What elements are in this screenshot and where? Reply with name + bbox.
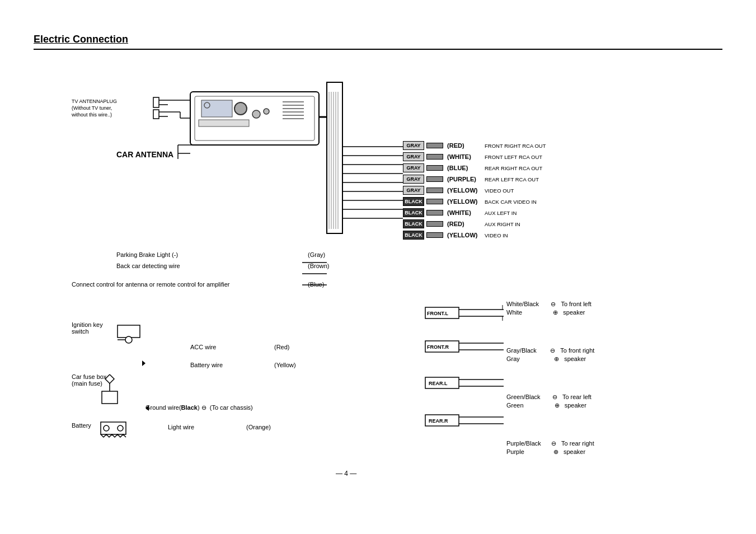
acc-wire-label: ACC wire <box>190 344 216 350</box>
rca-connector-6 <box>426 199 443 204</box>
svg-point-4 <box>252 110 260 118</box>
rca-connector-5 <box>426 188 443 193</box>
front-left-wire1: White/Black ⊖ To front left <box>506 301 594 308</box>
rca-connector-8 <box>426 221 443 227</box>
svg-rect-73 <box>102 391 118 404</box>
rca-color-7: (WHITE) <box>445 209 485 216</box>
rca-box-black-3: BLACK <box>403 219 424 228</box>
rca-row-5: GRAY (YELLOW) VIDEO OUT <box>403 186 546 195</box>
rca-connector-2 <box>426 154 443 160</box>
light-color: (Orange) <box>246 424 271 430</box>
rca-connector-9 <box>426 232 443 238</box>
connect-control-label: Connect control for antenna or remote co… <box>72 281 229 288</box>
svg-text:CAR ANTENNA: CAR ANTENNA <box>116 150 173 159</box>
rca-color-8: (RED) <box>445 221 485 227</box>
rca-box-black-2: BLACK <box>403 208 424 217</box>
rca-desc-4: REAR LEFT RCA OUT <box>485 176 539 182</box>
rca-box-gray-1: GRAY <box>403 141 424 150</box>
svg-point-3 <box>234 102 247 115</box>
car-fuse-label: Car fuse box <box>72 373 106 380</box>
diagram-area: TV ANTENNAPLUG (Without TV tuner, withou… <box>34 61 722 498</box>
svg-text:REAR.L: REAR.L <box>429 381 448 386</box>
speaker-front-left: White/Black ⊖ To front left White ⊕ spea… <box>506 301 594 316</box>
svg-point-76 <box>118 425 123 431</box>
svg-rect-69 <box>118 325 140 338</box>
battery-label: Battery <box>72 422 91 429</box>
parking-brake-label: Parking Brake Light (-) <box>116 251 178 258</box>
rca-desc-6: BACK CAR VIDEO IN <box>485 199 537 205</box>
acc-color: (Red) <box>274 344 290 350</box>
rca-color-1: (RED) <box>445 142 485 149</box>
rca-color-5: (YELLOW) <box>445 187 485 194</box>
rear-left-wire1: Green/Black ⊖ To rear left <box>506 394 594 401</box>
rca-desc-2: FRONT LEFT RCA OUT <box>485 154 542 160</box>
speaker-rear-left: Green/Black ⊖ To rear left Green ⊕ speak… <box>506 394 594 409</box>
rca-connector-4 <box>426 176 443 182</box>
rca-desc-1: FRONT RIGHT RCA OUT <box>485 143 546 149</box>
svg-rect-20 <box>153 110 159 119</box>
parking-brake-color: (Gray) <box>308 251 325 258</box>
rca-row-7: BLACK (WHITE) AUX LEFT IN <box>403 208 546 217</box>
rca-color-6: (YELLOW) <box>445 198 485 205</box>
rca-box-gray-2: GRAY <box>403 152 424 161</box>
svg-text:(Without TV tuner,: (Without TV tuner, <box>72 105 112 111</box>
rca-box-gray-3: GRAY <box>403 163 424 172</box>
rca-row-2: GRAY (WHITE) FRONT LEFT RCA OUT <box>403 152 546 161</box>
rca-box-black-4: BLACK <box>403 231 424 240</box>
svg-text:TV ANTENNAPLUG: TV ANTENNAPLUG <box>72 99 117 104</box>
rca-color-4: (PURPLE) <box>445 176 485 182</box>
rca-connector-7 <box>426 210 443 216</box>
rca-box-gray-4: GRAY <box>403 175 424 184</box>
svg-text:REAR.R: REAR.R <box>429 418 448 424</box>
svg-rect-17 <box>153 97 159 107</box>
page-number: — 4 — <box>336 470 356 477</box>
rca-connector-1 <box>426 143 443 148</box>
back-car-color: (Brown) <box>308 263 330 269</box>
svg-point-70 <box>125 336 132 343</box>
ignition-key-label: Ignition key <box>72 321 103 328</box>
svg-text:without this wire..): without this wire..) <box>71 112 112 118</box>
rca-row-8: BLACK (RED) AUX RIGHT IN <box>403 219 546 228</box>
rca-row-1: GRAY (RED) FRONT RIGHT RCA OUT <box>403 141 546 150</box>
ignition-key-label2: switch <box>72 328 89 335</box>
rca-desc-8: AUX RIGHT IN <box>485 221 520 227</box>
rear-left-wire2: Green ⊕ speaker <box>506 402 594 409</box>
front-left-wire2: White ⊕ speaker <box>506 309 594 316</box>
speaker-rear-right: Purple/Black ⊖ To rear right Purple ⊕ sp… <box>506 440 594 456</box>
rca-color-2: (WHITE) <box>445 153 485 160</box>
wiring-diagram: TV ANTENNAPLUG (Without TV tuner, withou… <box>34 61 722 498</box>
light-wire-label: Light wire <box>168 424 194 430</box>
rca-desc-9: VIDEO IN <box>485 232 508 238</box>
speaker-front-right: Gray/Black ⊖ To front right Gray ⊕ speak… <box>506 347 594 363</box>
svg-point-5 <box>264 109 269 114</box>
rca-section: GRAY (RED) FRONT RIGHT RCA OUT GRAY (WHI… <box>403 141 546 242</box>
front-right-wire2: Gray ⊕ speaker <box>506 355 594 363</box>
rear-right-wire1: Purple/Black ⊖ To rear right <box>506 440 594 447</box>
rca-color-9: (YELLOW) <box>445 232 485 238</box>
svg-text:FRONT.R: FRONT.R <box>427 344 449 350</box>
page-title: Electric Connection <box>34 34 722 45</box>
svg-rect-12 <box>199 120 249 127</box>
rca-row-9: BLACK (YELLOW) VIDEO IN <box>403 231 546 240</box>
rca-desc-5: VIDEO OUT <box>485 188 514 194</box>
title-section: Electric Connection <box>34 34 722 50</box>
back-car-label: Back car detecting wire <box>116 263 180 269</box>
rca-box-black-1: BLACK <box>403 197 424 206</box>
rca-box-gray-5: GRAY <box>403 186 424 195</box>
rca-desc-3: REAR RIGHT RCA OUT <box>485 165 542 171</box>
rca-color-3: (BLUE) <box>445 165 485 171</box>
rca-row-3: GRAY (BLUE) REAR RIGHT RCA OUT <box>403 163 546 172</box>
speaker-sections: White/Black ⊖ To front left White ⊕ spea… <box>506 301 594 456</box>
rca-row-4: GRAY (PURPLE) REAR LEFT RCA OUT <box>403 175 546 184</box>
ground-wire-label: Ground wire(Black) ⊖ (To car chassis) <box>145 404 253 411</box>
connect-color: (Blue) <box>308 281 324 288</box>
svg-marker-77 <box>142 360 145 366</box>
front-right-wire1: Gray/Black ⊖ To front right <box>506 347 594 354</box>
battery-color: (Yellow) <box>274 362 296 368</box>
battery-wire-label: Battery wire <box>190 362 223 368</box>
rca-desc-7: AUX LEFT IN <box>485 210 516 216</box>
svg-text:FRONT.L: FRONT.L <box>427 311 448 316</box>
car-fuse-label2: (main fuse) <box>72 380 102 387</box>
rca-row-6: BLACK (YELLOW) BACK CAR VIDEO IN <box>403 197 546 206</box>
rear-right-wire2: Purple ⊕ speaker <box>506 448 594 456</box>
